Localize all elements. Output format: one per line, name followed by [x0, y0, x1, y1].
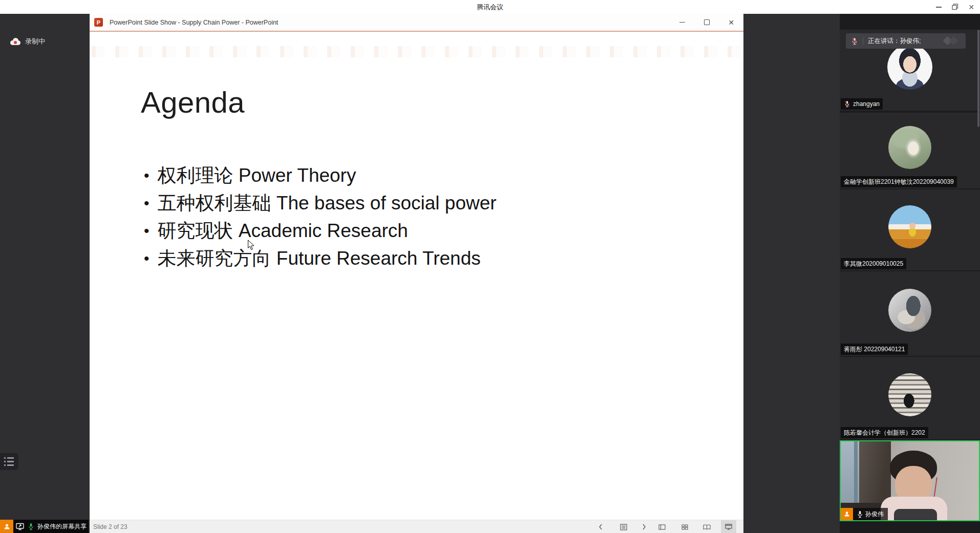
powerpoint-window: P PowerPoint Slide Show - Supply Chain P… [90, 14, 743, 533]
mic-on-icon [857, 510, 863, 518]
reading-view-button[interactable] [699, 520, 714, 533]
close-button[interactable]: ✕ [964, 0, 979, 14]
speaking-banner: 正在讲话：孙俊伟; [846, 33, 966, 49]
slide-menu-button[interactable] [616, 520, 631, 533]
restore-icon [952, 4, 958, 10]
minimize-icon [936, 7, 942, 8]
avatar [888, 126, 931, 169]
tencent-meeting-window: 腾讯会议 ✕ 录制中 P PowerPoint Slide Show - Sup… [0, 0, 980, 533]
avatar [888, 373, 931, 416]
participant-tile[interactable]: 金融学创新班2201钟敏汶202209040039 [840, 113, 980, 188]
ppt-minimize-button[interactable] [670, 14, 694, 31]
participant-name: 金融学创新班2201钟敏汶202209040039 [844, 178, 954, 186]
sharing-person-badge [0, 520, 13, 533]
sharing-person-badge [841, 508, 853, 520]
person-icon [3, 523, 11, 530]
powerpoint-statusbar: Slide 2 of 23 [90, 520, 743, 533]
chevron-right-icon [642, 524, 646, 530]
participant-name: 李其微202009010025 [844, 260, 903, 268]
powerpoint-app-icon: P [94, 18, 103, 27]
participant-tile[interactable]: 李其微202009010025 [840, 189, 980, 270]
slide-sorter-view-button[interactable] [677, 520, 692, 533]
speaking-banner-text: 正在讲话：孙俊伟; [868, 37, 921, 46]
ppt-maximize-button[interactable] [694, 14, 719, 31]
previous-slide-button[interactable] [593, 520, 608, 533]
participant-label: 金融学创新班2201钟敏汶202209040039 [841, 176, 957, 187]
maximize-icon [704, 19, 710, 25]
participants-panel: 正在讲话：孙俊伟; zhangyan 金融学创新班2201钟敏 [840, 14, 980, 533]
next-slide-button[interactable] [636, 520, 652, 533]
avatar [888, 289, 931, 332]
slideshow-view-icon [725, 524, 732, 530]
layout-arrows-icon [943, 36, 961, 46]
participant-name: 陈若馨会计学（创新班）2202 [844, 429, 925, 437]
slide-sorter-icon [681, 524, 688, 530]
meeting-titlebar: 腾讯会议 ✕ [0, 0, 980, 14]
minimize-icon [679, 22, 685, 23]
avatar [888, 205, 931, 248]
participant-name: zhangyan [853, 100, 880, 108]
slide-title: Agenda [141, 85, 245, 119]
slide-bullet-list: 权利理论 Power Theory 五种权利基础 The bases of so… [144, 163, 497, 273]
chevron-left-icon [599, 524, 603, 530]
slide-menu-icon [620, 524, 627, 530]
person-icon [843, 510, 850, 518]
divider [863, 37, 863, 45]
slide-canvas: Agenda 权利理论 Power Theory 五种权利基础 The base… [90, 33, 743, 520]
participant-label: 李其微202009010025 [841, 258, 906, 269]
mic-muted-icon [851, 37, 858, 45]
participant-label: 孙俊伟 [841, 508, 888, 520]
sidebar-scrollbar[interactable] [977, 30, 979, 127]
slide-header-watermark [92, 46, 741, 57]
active-speaker-tile[interactable]: 孙俊伟 [840, 440, 980, 521]
list-icon [4, 457, 18, 459]
powerpoint-titlebar: P PowerPoint Slide Show - Supply Chain P… [90, 14, 743, 32]
slide-bullet: 权利理论 Power Theory [144, 163, 497, 190]
member-list-toggle-button[interactable] [0, 453, 18, 470]
minimize-button[interactable] [931, 0, 946, 14]
screen-share-label: 孙俊伟的屏幕共享 [37, 522, 87, 531]
normal-view-icon [658, 524, 666, 530]
slide-bullet: 未来研究方向 Future Research Trends [144, 246, 497, 273]
restore-button[interactable] [947, 0, 963, 14]
recording-indicator[interactable]: 录制中 [10, 37, 45, 46]
slideshow-view-button[interactable] [721, 520, 736, 533]
mouse-cursor [247, 240, 255, 251]
slide-bullet: 研究现状 Academic Research [144, 218, 497, 246]
participant-label: 陈若馨会计学（创新班）2202 [841, 427, 928, 438]
normal-view-button[interactable] [654, 520, 670, 533]
cloud-record-icon [10, 38, 20, 45]
ppt-close-button[interactable]: ✕ [719, 14, 743, 31]
screen-share-status-strip: 孙俊伟的屏幕共享 [0, 520, 89, 533]
recording-label: 录制中 [25, 37, 45, 46]
participant-label: 蒋雨彤 202209040121 [841, 344, 908, 355]
screen-share-icon [16, 522, 25, 530]
slide-bullet: 五种权利基础 The bases of social power [144, 190, 497, 218]
participant-tile[interactable]: 蒋雨彤 202209040121 [840, 271, 980, 356]
participant-name: 孙俊伟 [865, 510, 888, 518]
reading-view-icon [703, 524, 711, 530]
mic-muted-icon [844, 100, 850, 108]
participant-tile[interactable]: 陈若馨会计学（创新班）2202 [840, 357, 980, 439]
avatar [887, 45, 932, 90]
mic-on-icon [28, 523, 34, 530]
meeting-title: 腾讯会议 [0, 0, 980, 14]
participant-label: zhangyan [841, 98, 883, 110]
participant-name: 蒋雨彤 202209040121 [844, 345, 905, 353]
powerpoint-window-title: PowerPoint Slide Show - Supply Chain Pow… [110, 19, 278, 26]
slide-counter: Slide 2 of 23 [93, 520, 127, 533]
